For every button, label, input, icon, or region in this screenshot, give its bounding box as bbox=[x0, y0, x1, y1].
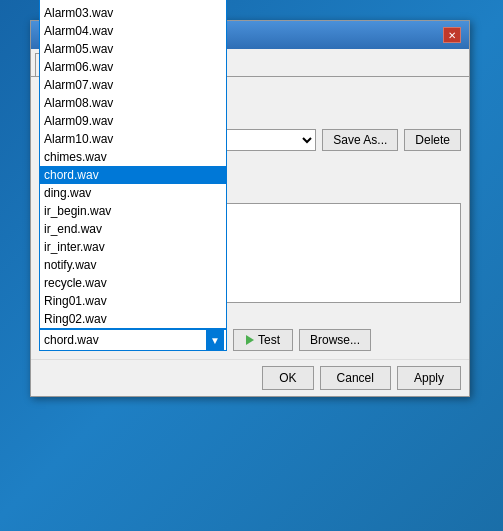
dropdown-item[interactable]: Alarm09.wav bbox=[40, 112, 226, 130]
dropdown-item[interactable]: chord.wav bbox=[40, 166, 226, 184]
dropdown-item[interactable]: Alarm06.wav bbox=[40, 58, 226, 76]
delete-button[interactable]: Delete bbox=[404, 129, 461, 151]
dropdown-item[interactable]: Alarm07.wav bbox=[40, 76, 226, 94]
dropdown-item[interactable]: ir_end.wav bbox=[40, 220, 226, 238]
dialog-content: plied to events in Windows tting scheme … bbox=[31, 77, 469, 359]
apply-button[interactable]: Apply bbox=[397, 366, 461, 390]
test-browse-row: Test Browse... bbox=[233, 329, 371, 351]
dropdown-item[interactable]: recycle.wav bbox=[40, 274, 226, 292]
dropdown-item[interactable]: Alarm03.wav bbox=[40, 4, 226, 22]
titlebar-buttons: ✕ bbox=[443, 27, 461, 43]
dropdown-item[interactable]: Alarm08.wav bbox=[40, 94, 226, 112]
dropdown-item[interactable]: Alarm05.wav bbox=[40, 40, 226, 58]
dropdown-item[interactable]: Ring01.wav bbox=[40, 292, 226, 310]
dropdown-item[interactable]: notify.wav bbox=[40, 256, 226, 274]
sound-control-row: (None)Alarm01.wavAlarm02.wavAlarm03.wavA… bbox=[39, 329, 461, 351]
dialog-footer: OK Cancel Apply bbox=[31, 359, 469, 396]
dropdown-selected[interactable]: chord.wav ▼ bbox=[39, 329, 227, 351]
play-icon bbox=[246, 335, 254, 345]
cancel-button[interactable]: Cancel bbox=[320, 366, 391, 390]
ok-button[interactable]: OK bbox=[262, 366, 313, 390]
dropdown-arrow-icon[interactable]: ▼ bbox=[206, 330, 224, 350]
dropdown-item[interactable]: Alarm10.wav bbox=[40, 130, 226, 148]
dropdown-list[interactable]: (None)Alarm01.wavAlarm02.wavAlarm03.wavA… bbox=[39, 0, 227, 329]
sound-dialog: 🔊 Sound ✕ Pla... notifications plied to … bbox=[30, 20, 470, 397]
dropdown-item[interactable]: Alarm04.wav bbox=[40, 22, 226, 40]
dropdown-item[interactable]: Ring02.wav bbox=[40, 310, 226, 328]
dropdown-item[interactable]: Ring03.wav bbox=[40, 328, 226, 329]
dropdown-item[interactable]: chimes.wav bbox=[40, 148, 226, 166]
sound-dropdown-container: (None)Alarm01.wavAlarm02.wavAlarm03.wavA… bbox=[39, 329, 227, 351]
dropdown-item[interactable]: ir_begin.wav bbox=[40, 202, 226, 220]
test-button[interactable]: Test bbox=[233, 329, 293, 351]
dropdown-item[interactable]: ding.wav bbox=[40, 184, 226, 202]
close-button[interactable]: ✕ bbox=[443, 27, 461, 43]
browse-button[interactable]: Browse... bbox=[299, 329, 371, 351]
dropdown-item[interactable]: ir_inter.wav bbox=[40, 238, 226, 256]
save-as-button[interactable]: Save As... bbox=[322, 129, 398, 151]
